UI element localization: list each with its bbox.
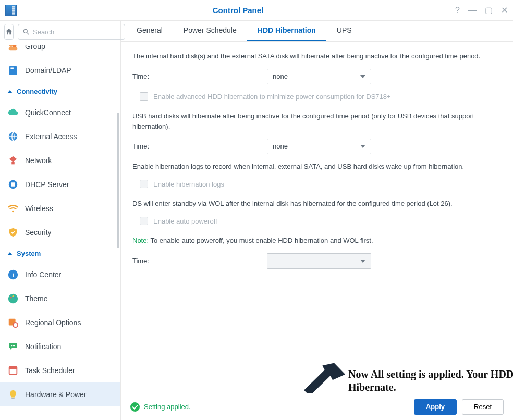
chevron-up-icon	[7, 90, 13, 93]
bulb-icon	[7, 389, 19, 400]
search-input[interactable]	[33, 28, 120, 36]
section-header-connectivity[interactable]: Connectivity	[0, 82, 120, 101]
sidebar-item-label: Notification	[25, 342, 61, 351]
svg-point-14	[8, 294, 18, 303]
check-circle-icon	[130, 402, 140, 412]
shield-icon	[7, 227, 19, 238]
note-prefix: Note:	[132, 237, 149, 244]
close-icon[interactable]: ✕	[501, 6, 508, 15]
sidebar-item-label: Group	[25, 45, 45, 51]
sidebar-item-domain-ldap[interactable]: Domain/LDAP	[0, 58, 120, 82]
time3-row: Time:	[132, 253, 502, 269]
svg-point-17	[14, 297, 16, 299]
svg-point-11	[12, 211, 14, 213]
search-input-wrapper[interactable]	[18, 24, 125, 40]
sidebar-item-notification[interactable]: Notification	[0, 335, 120, 359]
calendar-clock-icon	[7, 317, 19, 328]
sidebar-item-label: Network	[25, 156, 52, 165]
time2-select[interactable]: none	[267, 139, 371, 154]
sidebar-item-wireless[interactable]: Wireless	[0, 196, 120, 220]
help-icon[interactable]: ?	[455, 6, 460, 15]
cloud-icon	[7, 107, 19, 118]
svg-point-20	[11, 345, 12, 346]
sidebar-item-label: Task Scheduler	[25, 366, 75, 375]
home-icon	[5, 28, 13, 36]
search-icon	[22, 28, 30, 35]
auto-poweroff-row: Enable auto poweroff	[140, 216, 502, 227]
logs-checkbox[interactable]	[140, 180, 148, 188]
logs-label: Enable hibernation logs	[153, 179, 224, 190]
svg-point-2	[9, 45, 13, 47]
reset-button[interactable]: Reset	[462, 399, 504, 415]
wifi-icon	[7, 203, 19, 214]
sidebar-item-security[interactable]: Security	[0, 220, 120, 244]
svg-rect-4	[9, 47, 18, 51]
sidebar-item-group[interactable]: Group	[0, 45, 120, 58]
sidebar-item-theme[interactable]: Theme	[0, 287, 120, 311]
usb-description: USB hard disks will hibernate after bein…	[132, 111, 502, 131]
svg-line-1	[27, 33, 29, 35]
calendar-icon	[7, 365, 19, 376]
sidebar-item-label: Info Center	[25, 270, 61, 279]
sidebar-item-hardware-power[interactable]: Hardware & Power	[0, 382, 120, 406]
tab-general[interactable]: General	[126, 21, 173, 41]
window-titlebar: Control Panel ? — ▢ ✕	[0, 0, 513, 21]
section-header-system[interactable]: System	[0, 244, 120, 263]
note: Note: To enable auto poweroff, you must …	[132, 236, 502, 246]
tab-content: The internal hard disk(s) and the extern…	[121, 42, 513, 420]
time3-select	[267, 253, 371, 269]
group-icon	[7, 45, 19, 52]
auto-poweroff-checkbox[interactable]	[140, 217, 148, 225]
section-label: System	[17, 250, 41, 257]
sidebar-item-label: Hardware & Power	[25, 390, 87, 399]
sidebar-scroll: Group Domain/LDAP Connectivity Q	[0, 45, 120, 420]
logs-row: Enable hibernation logs	[140, 179, 502, 190]
tab-ups[interactable]: UPS	[326, 21, 362, 41]
adv-hibernation-checkbox[interactable]	[140, 92, 148, 101]
sidebar-item-label: Domain/LDAP	[25, 66, 71, 75]
sidebar-item-label: QuickConnect	[25, 108, 71, 117]
sidebar-item-regional-options[interactable]: Regional Options	[0, 311, 120, 335]
apply-button[interactable]: Apply	[414, 399, 457, 415]
sidebar-item-external-access[interactable]: External Access	[0, 125, 120, 149]
note-body: To enable auto poweroff, you must enable…	[149, 237, 373, 244]
home-button[interactable]	[4, 24, 14, 40]
section-label: Connectivity	[17, 88, 57, 95]
minimize-icon[interactable]: —	[468, 6, 477, 15]
svg-rect-24	[9, 367, 17, 369]
svg-rect-25	[11, 398, 15, 399]
sidebar-item-label: Wireless	[25, 204, 53, 213]
chevron-down-icon	[360, 145, 365, 148]
tab-hdd-hibernation[interactable]: HDD Hibernation	[247, 21, 326, 41]
sidebar: Group Domain/LDAP Connectivity Q	[0, 21, 121, 420]
time1-value: none	[273, 71, 288, 82]
maximize-icon[interactable]: ▢	[485, 6, 493, 15]
sidebar-item-label: Regional Options	[25, 318, 81, 327]
sidebar-scrollbar[interactable]	[117, 113, 119, 248]
chat-icon	[7, 341, 19, 352]
time1-select[interactable]: none	[267, 69, 371, 84]
sidebar-item-task-scheduler[interactable]: Task Scheduler	[0, 359, 120, 382]
window-controls: ? — ▢ ✕	[455, 6, 508, 15]
sidebar-item-label: DHCP Server	[25, 180, 69, 189]
adv-hibernation-label: Enable advanced HDD hibernation to minim…	[153, 92, 391, 102]
time-label: Time:	[132, 256, 267, 266]
internal-description: The internal hard disk(s) and the extern…	[132, 51, 502, 61]
tab-power-schedule[interactable]: Power Schedule	[173, 21, 247, 41]
time2-value: none	[273, 141, 288, 152]
app-icon	[5, 5, 17, 16]
auto-poweroff-label: Enable auto poweroff	[153, 216, 217, 227]
time1-row: Time: none	[132, 69, 502, 84]
sidebar-item-network[interactable]: Network	[0, 149, 120, 172]
adv-hibernation-row: Enable advanced HDD hibernation to minim…	[140, 92, 502, 102]
sidebar-item-label: Security	[25, 228, 52, 237]
sidebar-item-info-center[interactable]: i Info Center	[0, 263, 120, 287]
main-panel: General Power Schedule HDD Hibernation U…	[121, 21, 513, 420]
sidebar-item-quickconnect[interactable]: QuickConnect	[0, 101, 120, 125]
svg-rect-5	[9, 66, 17, 75]
sidebar-item-dhcp-server[interactable]: DHCP Server	[0, 172, 120, 196]
status-applied: Setting applied.	[130, 402, 191, 412]
svg-point-0	[23, 29, 27, 33]
svg-rect-8	[11, 162, 15, 165]
svg-point-22	[14, 345, 15, 346]
